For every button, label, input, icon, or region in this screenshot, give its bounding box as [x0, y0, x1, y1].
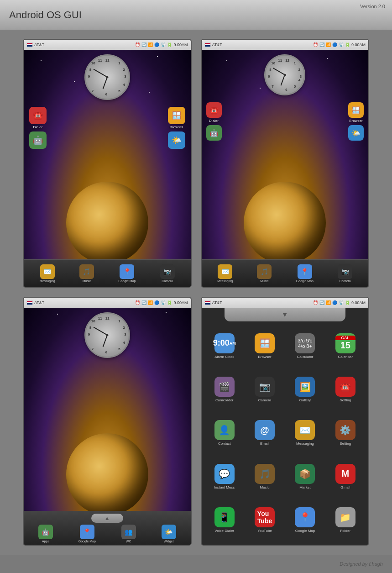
phone-4: AT&T ⏰ 🔄 📶 🔵 📡 🔋 9:00AM ▼ 9:00AM — [201, 297, 370, 546]
footer: Designed by f.hugh — [0, 555, 392, 573]
phone-2: AT&T ⏰ 🔄 📶 🔵 📡 🔋 9:00AM 12 — [201, 39, 370, 288]
weather-icon-2[interactable]: 🌤️ — [348, 125, 364, 142]
wallpaper-3: 12 3 6 9 1 2 4 5 7 8 10 11 — [24, 308, 191, 511]
app-alarm-clock[interactable]: 9:00AM Alarm Clock — [205, 325, 244, 367]
app-calculator[interactable]: 3/o 9⁄o 4/o 8+ Calculator — [286, 325, 324, 367]
dock-messaging-2[interactable]: ✉️ Messaging — [217, 264, 233, 283]
dock-camera-1[interactable]: 📷 Camera — [160, 264, 175, 283]
browser-icon-2[interactable]: 🪟 Browser — [348, 102, 364, 123]
unknown-icon-2[interactable]: 🤖 — [206, 125, 222, 142]
app-contact[interactable]: 👤 Contact — [205, 412, 244, 454]
dock-music-1[interactable]: 🎵 Music — [79, 264, 94, 283]
bt-icon-1: 🔵 — [154, 42, 159, 47]
title-bar: Android OS GUI Version 2.0 — [0, 0, 392, 30]
apps-drawer-4: ▼ 9:00AM Alarm Clock 🪟 Browser 3/o 9⁄o 4… — [202, 308, 369, 545]
phone-1: AT&T ⏰ 🔄 📶 🔵 📡 🔋 9:00AM — [23, 39, 192, 288]
main-area: AT&T ⏰ 🔄 📶 🔵 📡 🔋 9:00AM — [0, 30, 392, 555]
app-market[interactable]: 📦 Market — [286, 456, 324, 497]
home-icons-left-1: ☎️ Dialer 🤖 — [29, 107, 47, 150]
time-4: 9:00AM — [351, 300, 366, 305]
planet-1 — [66, 182, 148, 259]
dialer-icon-2[interactable]: ☎️ Dialer — [206, 102, 222, 123]
app-folder[interactable]: 📁 Folder — [326, 499, 365, 541]
dock-1: ✉️ Messaging 🎵 Music 📍 Google Map 📷 Came… — [24, 259, 191, 287]
clock-widget-3: 12 3 6 9 1 2 4 5 7 8 10 11 — [84, 312, 130, 358]
home-icons-left-2: ☎️ Dialer 🤖 — [206, 102, 222, 142]
status-icons-4: ⏰ 🔄 📶 🔵 📡 🔋 9:00AM — [313, 300, 366, 305]
app-gmail[interactable]: M Gmail — [326, 456, 365, 497]
wallpaper-1: 12 3 6 9 1 2 4 5 7 8 10 11 — [24, 50, 191, 259]
flag-icon-4 — [204, 300, 211, 305]
dock-googlemap-1[interactable]: 📍 Google Map — [118, 264, 136, 283]
sync-icon-1: 🔄 — [141, 42, 146, 47]
app-instant-mess[interactable]: 💬 Instant Mess — [205, 456, 244, 497]
flag-icon-1 — [26, 42, 33, 47]
browser-icon-1[interactable]: 🪟 Browser — [168, 107, 185, 129]
launcher-apps[interactable]: 🤖 Apps — [38, 525, 53, 543]
battery-icon-1: 🔋 — [167, 42, 172, 47]
status-bar-3: AT&T ⏰ 🔄 📶 🔵 📡 🔋 9:00AM — [24, 298, 191, 308]
time-2: 9:00AM — [351, 42, 366, 47]
dock-camera-2[interactable]: 📷 Camera — [338, 264, 352, 283]
phone-3: AT&T ⏰ 🔄 📶 🔵 📡 🔋 9:00AM 12 — [23, 297, 192, 546]
launcher-googlemap[interactable]: 📍 Google Map — [78, 525, 96, 543]
drawer-handle-4[interactable]: ▼ — [225, 308, 346, 321]
app-gallery[interactable]: 🖼️ Gallery — [286, 368, 324, 410]
status-bar-2: AT&T ⏰ 🔄 📶 🔵 📡 🔋 9:00AM — [202, 40, 369, 50]
time-1: 9:00AM — [173, 42, 188, 47]
app-camcorder[interactable]: 🎬 Camcorder — [205, 368, 244, 410]
app-camera[interactable]: 📷 Camera — [246, 368, 284, 410]
unknown-icon-1[interactable]: 🤖 — [29, 131, 47, 150]
planet-2 — [244, 182, 326, 259]
app-messaging[interactable]: ✉️ Messaging — [286, 412, 324, 454]
status-icons-3: ⏰ 🔄 📶 🔵 📡 🔋 9:00AM — [135, 300, 188, 305]
status-icons-2: ⏰ 🔄 📶 🔵 📡 🔋 9:00AM — [313, 42, 366, 47]
planet-3 — [66, 433, 148, 511]
app-google-map[interactable]: 📍 Google Map — [286, 499, 324, 541]
carrier-4: AT&T — [212, 300, 222, 305]
dock-googlemap-2[interactable]: 📍 Google Map — [296, 264, 314, 283]
flag-icon-3 — [26, 300, 33, 305]
app-youtube[interactable]: YouTube YouTube — [246, 499, 284, 541]
app-voice-dialer[interactable]: 📱 Voice Dialer — [205, 499, 244, 541]
carrier-3: AT&T — [34, 300, 44, 305]
footer-credit: Designed by f.hugh — [340, 561, 383, 567]
alarm-icon-1: ⏰ — [135, 42, 140, 47]
home-icons-right-2: 🪟 Browser 🌤️ — [348, 102, 364, 142]
flag-icon-2 — [204, 42, 211, 47]
app-setting-2[interactable]: ⚙️ Setting — [326, 412, 365, 454]
launcher-wc[interactable]: 👥 WC — [121, 525, 136, 543]
carrier-1: AT&T — [34, 42, 44, 47]
drawer-up-handle[interactable]: ▲ — [26, 514, 189, 523]
clock-widget-2: 12 3 6 9 1 2 4 5 7 8 10 11 — [264, 54, 305, 95]
home-icons-right-1: 🪟 Browser 🌤️ — [168, 107, 185, 150]
minute-hand-1 — [93, 69, 107, 78]
wifi-icon-1: 📡 — [161, 42, 166, 47]
launcher-widget[interactable]: 🌤️ Widget — [162, 525, 176, 543]
apps-grid-4: 9:00AM Alarm Clock 🪟 Browser 3/o 9⁄o 4/o… — [202, 321, 369, 545]
dock-2: ✉️ Messaging 🎵 Music 📍 Google Map 📷 Came… — [202, 259, 369, 287]
version-text: Version 2.0 — [360, 4, 385, 9]
status-bar-4: AT&T ⏰ 🔄 📶 🔵 📡 🔋 9:00AM — [202, 298, 369, 308]
dialer-icon-1[interactable]: ☎️ Dialer — [29, 107, 47, 129]
clock-widget-1: 12 3 6 9 1 2 4 5 7 8 10 11 — [84, 54, 130, 100]
launcher-icons-3: 🤖 Apps 📍 Google Map 👥 WC 🌤️ Widget — [26, 525, 189, 543]
app-browser[interactable]: 🪟 Browser — [246, 325, 284, 367]
app-title: Android OS GUI — [9, 9, 82, 21]
app-email[interactable]: @ Email — [246, 412, 284, 454]
status-icons-1: ⏰ 🔄 📶 🔵 📡 🔋 9:00AM — [135, 42, 188, 47]
hour-hand-1 — [102, 77, 107, 89]
time-3: 9:00AM — [173, 300, 188, 305]
status-bar-1: AT&T ⏰ 🔄 📶 🔵 📡 🔋 9:00AM — [24, 40, 191, 50]
dock-messaging-1[interactable]: ✉️ Messaging — [40, 264, 55, 283]
wallpaper-2: 12 3 6 9 1 2 4 5 7 8 10 11 — [202, 50, 369, 259]
carrier-2: AT&T — [212, 42, 222, 47]
app-music[interactable]: 🎵 Music — [246, 456, 284, 497]
launcher-dock-3: ▲ 🤖 Apps 📍 Google Map 👥 WC 🌤️ Widget — [24, 511, 191, 545]
app-calendar[interactable]: CAL 15 Calendar — [326, 325, 365, 367]
weather-icon-1[interactable]: 🌤️ — [168, 131, 185, 150]
dock-music-2[interactable]: 🎵 Music — [257, 264, 272, 283]
app-setting-1[interactable]: ☎️ Setting — [326, 368, 365, 410]
signal-icon-1: 📶 — [148, 42, 153, 47]
